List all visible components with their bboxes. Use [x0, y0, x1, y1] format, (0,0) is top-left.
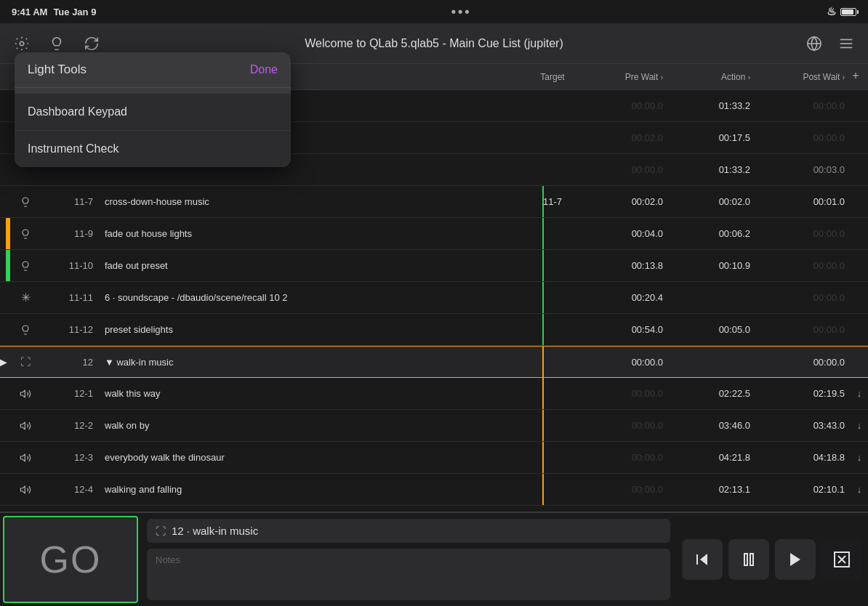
cue-postwait: 04:18.8 [756, 452, 851, 463]
cue-postwait: 00:00.0 [756, 228, 851, 239]
cue-name: fade out preset [99, 260, 523, 271]
cue-icon [10, 388, 41, 400]
current-cue-name: ⛶ 12 · walk-in music [147, 519, 670, 543]
svg-marker-9 [20, 454, 25, 461]
row-indicator [0, 282, 6, 313]
refresh-icon[interactable] [81, 33, 102, 54]
cue-flag: ↓ [851, 388, 868, 399]
cue-prewait: 00:04.0 [582, 228, 669, 239]
cue-action: 00:06.2 [669, 228, 756, 239]
cue-prewait: 00:54.0 [582, 324, 669, 335]
cue-postwait: 02:19.5 [756, 388, 851, 399]
window-title: Welcome to QLab 5.qlab5 - Main Cue List … [305, 37, 563, 50]
cue-action: 03:46.0 [669, 420, 756, 431]
col-header-prewait: Pre Wait › [582, 72, 669, 82]
table-row[interactable]: 11-7 cross-down-house music 11-7 00:02.0… [0, 186, 868, 218]
cue-name: everybody walk the dinosaur [99, 452, 523, 463]
green-line [542, 314, 544, 345]
cue-prewait: 00:00.0 [582, 357, 669, 368]
green-line [542, 250, 544, 281]
light-icon[interactable] [47, 33, 67, 54]
cue-postwait: 00:00.0 [756, 260, 851, 271]
cue-action: 01:33.2 [669, 100, 756, 111]
go-button[interactable]: GO [3, 516, 138, 603]
cue-prewait: 00:00.0 [582, 420, 669, 431]
cue-icon [10, 260, 41, 272]
row-indicator [0, 442, 6, 473]
col-header-target: Target [523, 72, 582, 82]
col-header-action: Action › [669, 72, 756, 82]
table-row[interactable]: 11-9 fade out house lights 00:04.0 00:06… [0, 218, 868, 250]
table-row[interactable]: 11-12 preset sidelights 00:54.0 00:05.0 … [0, 314, 868, 346]
popup-done-button[interactable]: Done [250, 63, 278, 76]
cue-number: 11-12 [41, 324, 99, 335]
current-cue-icon: ⛶ [156, 525, 166, 537]
row-indicator: ▶ [0, 347, 6, 377]
table-row[interactable]: 12-4 walking and falling 00:00.0 02:13.1… [0, 474, 868, 506]
date: Tue Jan 9 [53, 7, 96, 17]
notes-field[interactable]: Notes [147, 549, 670, 600]
table-row[interactable]: 11-10 fade out preset 00:13.8 00:10.9 00… [0, 250, 868, 282]
cue-icon: ✳ [10, 291, 41, 304]
row-indicator [0, 186, 6, 217]
wifi-icon: ♨ [827, 5, 836, 18]
cue-action: 00:17.5 [669, 132, 756, 143]
stop-button[interactable] [821, 539, 862, 580]
svg-marker-10 [20, 486, 25, 493]
cue-name: walk this way [99, 388, 523, 399]
table-row-group-current[interactable]: ▶ ⛶ 12 ▼ walk-in music 00:00.0 00:00.0 [0, 346, 868, 378]
cue-prewait: 00:02.0 [582, 132, 669, 143]
cue-number: 11-11 [41, 292, 99, 303]
row-indicator [0, 314, 6, 345]
cue-name: 6 · soundscape - /dbaudio/scene/recall 1… [99, 292, 523, 303]
cue-prewait: 00:20.4 [582, 292, 669, 303]
cue-icon [10, 484, 41, 496]
table-row[interactable]: 12-3 everybody walk the dinosaur 00:00.0… [0, 442, 868, 474]
playback-controls [676, 513, 868, 606]
status-bar: 9:41 AM Tue Jan 9 ••• ♨ [0, 0, 868, 23]
cue-icon [10, 420, 41, 432]
popup-item-instrument-check[interactable]: Instrument Check [15, 131, 291, 167]
cue-icon [10, 324, 41, 336]
popup-item-dashboard-keypad[interactable]: Dashboard Keypad [15, 94, 291, 131]
cue-number: 11-7 [41, 196, 99, 207]
table-row[interactable]: 12-1 walk this way 00:00.0 02:22.5 02:19… [0, 378, 868, 410]
row-indicator [0, 218, 6, 249]
row-indicator [0, 154, 6, 185]
green-line [542, 282, 544, 313]
orange-line [542, 442, 544, 473]
orange-line [542, 474, 544, 505]
time: 9:41 AM [12, 7, 47, 17]
light-tools-popup: Light Tools Done Dashboard Keypad Instru… [15, 52, 291, 167]
cue-prewait: 00:02.0 [582, 196, 669, 207]
row-indicator [0, 378, 6, 409]
network-icon[interactable] [804, 33, 824, 54]
cue-prewait: 00:00.0 [582, 164, 669, 175]
color-bar [6, 90, 10, 121]
cue-action: 04:21.8 [669, 452, 756, 463]
row-indicator [0, 410, 6, 441]
cue-prewait: 00:13.8 [582, 260, 669, 271]
col-header-extra [851, 70, 868, 83]
cue-prewait: 00:00.0 [582, 100, 669, 111]
cue-number: 11-9 [41, 228, 99, 239]
cue-icon [10, 452, 41, 464]
row-indicator [0, 250, 6, 281]
pause-button[interactable] [728, 539, 769, 580]
cue-icon [10, 228, 41, 240]
status-dots: ••• [451, 4, 472, 20]
settings-icon[interactable] [12, 33, 32, 54]
cue-postwait: 00:00.0 [756, 132, 851, 143]
cue-postwait: 00:00.0 [756, 357, 851, 368]
cue-number: 12-4 [41, 484, 99, 495]
cue-number: 11-10 [41, 260, 99, 271]
cue-postwait: 00:00.0 [756, 100, 851, 111]
table-row[interactable]: 12-2 walk on by 00:00.0 03:46.0 03:43.0 … [0, 410, 868, 442]
rewind-button[interactable] [682, 539, 723, 580]
table-row[interactable]: ✳ 11-11 6 · soundscape - /dbaudio/scene/… [0, 282, 868, 314]
play-button[interactable] [775, 539, 816, 580]
cue-postwait: 00:00.0 [756, 324, 851, 335]
row-indicator [0, 122, 6, 153]
menu-icon[interactable] [836, 33, 856, 54]
color-bar [6, 154, 10, 185]
